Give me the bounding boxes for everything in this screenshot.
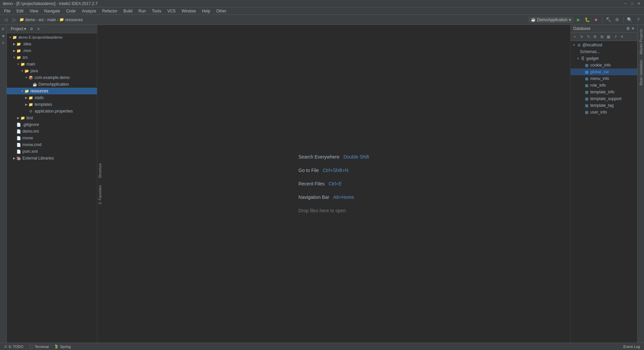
settings-button[interactable]: ⚙ — [613, 16, 621, 24]
db-add-btn[interactable]: + — [572, 34, 578, 40]
test-icon: 📁 — [20, 115, 25, 121]
tree-item-mvnw[interactable]: 📄mvnw — [7, 135, 97, 141]
src-icon: 📁 — [16, 55, 21, 60]
tree-item-demo.iml[interactable]: 📄demo.iml — [7, 128, 97, 135]
menu-item-refactor[interactable]: Refactor — [100, 8, 120, 14]
menu-item-edit[interactable]: Edit — [14, 8, 26, 14]
pom.xml-icon: 📄 — [16, 149, 21, 154]
breadcrumb-project[interactable]: 📁 demo — [19, 17, 35, 22]
status-event-log[interactable]: Event Log — [622, 345, 641, 349]
db-tree-item-gadget[interactable]: ▾🗄gadget — [571, 55, 637, 62]
close-button[interactable]: ✕ — [637, 1, 641, 6]
tree-item-static[interactable]: ▶📁static — [7, 94, 97, 101]
db-tree-item-role_info[interactable]: ▦role_info — [571, 82, 637, 89]
breadcrumb-src[interactable]: src — [39, 17, 44, 22]
project-panel: Project ▾ ⚙ ✕ ▾📁demo E:/project/idea/dem… — [7, 25, 97, 343]
db-table-btn[interactable]: ▦ — [605, 34, 611, 40]
menu-item-code[interactable]: Code — [63, 8, 78, 14]
maven-projects-tab[interactable]: Maven Projects — [638, 26, 644, 57]
help-button[interactable]: ? — [635, 16, 642, 24]
right-side-tabs: Maven Projects Bean Validation — [637, 25, 644, 343]
breadcrumb-resources[interactable]: 📁 resources — [59, 17, 83, 22]
menu-item-help[interactable]: Help — [199, 8, 213, 14]
tree-item-templates[interactable]: ▶📁templates — [7, 101, 97, 108]
db-settings-icon[interactable]: ⚙ — [626, 26, 630, 31]
project-dropdown[interactable]: Project ▾ — [9, 27, 28, 31]
db-tree-item-localhost[interactable]: ▾🖥@localhost — [571, 42, 637, 48]
favorites-tab[interactable]: 2: Favorites — [97, 183, 103, 206]
db-settings-btn[interactable]: ⚙ — [592, 34, 598, 40]
tree-item-ExternalLibraries[interactable]: ▶📚External Libraries — [7, 155, 97, 162]
static-icon: 📁 — [28, 95, 34, 100]
menu-item-file[interactable]: File — [1, 8, 13, 14]
db-edit-btn[interactable]: ✎ — [585, 34, 591, 40]
run-button[interactable]: ▶ — [575, 16, 582, 24]
menu-item-view[interactable]: View — [27, 8, 41, 14]
structure-toggle[interactable]: ≡ — [0, 40, 6, 46]
db-refresh-btn[interactable]: ↻ — [579, 34, 585, 40]
db-tree-item-menu_info[interactable]: ▦menu_info — [571, 75, 637, 82]
status-terminal[interactable]: ⬛ Terminal — [28, 343, 50, 350]
menu-item-build[interactable]: Build — [121, 8, 135, 14]
structure-tab[interactable]: Structure — [97, 161, 103, 180]
favorites-toggle[interactable]: ★ — [0, 33, 6, 39]
idea-icon: 📁 — [16, 41, 21, 47]
project-hide-icon[interactable]: ✕ — [36, 26, 41, 32]
drop-files-hint: Drop files here to open — [299, 208, 369, 213]
search-everywhere-hint: Search Everywhere Double Shift — [299, 154, 369, 160]
main-icon: 📁 — [20, 61, 25, 67]
search-everywhere-button[interactable]: 🔍 — [626, 16, 633, 24]
db-tree-item-schemas[interactable]: Schemas... — [571, 48, 637, 55]
global_var-db-icon: ▦ — [584, 69, 589, 75]
breadcrumb-main[interactable]: main — [47, 17, 56, 22]
tree-item-test[interactable]: ▶📁test — [7, 115, 97, 121]
tree-item-main[interactable]: ▾📁main — [7, 61, 97, 68]
db-tree-item-global_var[interactable]: ▦global_var — [571, 69, 637, 75]
project-panel-toggle[interactable]: P — [0, 26, 6, 32]
db-tree-item-template_support[interactable]: ▦template_support — [571, 95, 637, 102]
menu-item-other[interactable]: Other — [214, 8, 229, 14]
minimize-button[interactable]: ─ — [623, 1, 628, 6]
tree-item-com.example.demo[interactable]: ▾📦com.example.demo — [7, 74, 97, 81]
db-grid-btn[interactable]: ⊞ — [599, 34, 605, 40]
db-tree-item-template_tag[interactable]: ▦template_tag — [571, 102, 637, 109]
back-button[interactable]: ◁ — [2, 16, 9, 24]
tree-item-DemoApplication[interactable]: ☕DemoApplication — [7, 81, 97, 88]
menu-item-navigate[interactable]: Navigate — [42, 8, 63, 14]
run-config-selector[interactable]: ☕ DemoApplication ▾ — [528, 17, 574, 23]
forward-button[interactable]: ▷ — [11, 16, 18, 24]
menu-item-window[interactable]: Window — [179, 8, 199, 14]
build-button[interactable]: 🔨 — [605, 16, 612, 24]
tree-item-.gitignore[interactable]: 📄.gitignore — [7, 121, 97, 128]
templates-icon: 📁 — [28, 102, 34, 107]
db-tree-item-user_info[interactable]: ▦user_info — [571, 109, 637, 116]
tree-item-mvnw.cmd[interactable]: 📄mvnw.cmd — [7, 141, 97, 148]
bean-validation-tab[interactable]: Bean Validation — [638, 57, 644, 88]
menu-item-tools[interactable]: Tools — [149, 8, 164, 14]
database-panel: Database ⚙ ✕ + ↻ ✎ ⚙ ⊞ ▦ ↗ ✕ ▾🖥@localhos… — [570, 25, 637, 343]
db-hide-icon[interactable]: ✕ — [631, 26, 635, 31]
tree-item-idea[interactable]: ▶📁.idea — [7, 41, 97, 47]
debug-button[interactable]: 🐛 — [584, 16, 591, 24]
tree-item-application.properties[interactable]: ⚙application.properties — [7, 108, 97, 115]
menu-item-run[interactable]: Run — [136, 8, 149, 14]
menu-item-vcs[interactable]: VCS — [165, 8, 178, 14]
menu_info-db-icon: ▦ — [584, 76, 589, 81]
db-export-btn[interactable]: ↗ — [612, 34, 618, 40]
tree-item-src[interactable]: ▾📁src — [7, 54, 97, 61]
maximize-button[interactable]: □ — [630, 1, 635, 6]
db-close-btn[interactable]: ✕ — [619, 34, 625, 40]
tree-item-demo[interactable]: ▾📁demo E:/project/idea/demo — [7, 34, 97, 41]
status-todo[interactable]: ⚠ 6: TODO — [3, 343, 25, 350]
stop-button[interactable]: ■ — [592, 16, 600, 24]
menu-item-analyze[interactable]: Analyze — [79, 8, 99, 14]
tree-item-mvn[interactable]: ▶📁.mvn — [7, 47, 97, 54]
tree-item-pom.xml[interactable]: 📄pom.xml — [7, 148, 97, 155]
tree-item-resources[interactable]: ▾📁resources — [7, 88, 97, 94]
mvnw.cmd-icon: 📄 — [16, 142, 21, 147]
db-tree-item-template_info[interactable]: ▦template_info — [571, 89, 637, 95]
db-tree-item-cookie_info[interactable]: ▦cookie_info — [571, 62, 637, 69]
status-spring[interactable]: 🍃 Spring — [53, 343, 72, 350]
tree-item-java[interactable]: ▾📂java — [7, 68, 97, 74]
project-settings-icon[interactable]: ⚙ — [29, 26, 34, 32]
